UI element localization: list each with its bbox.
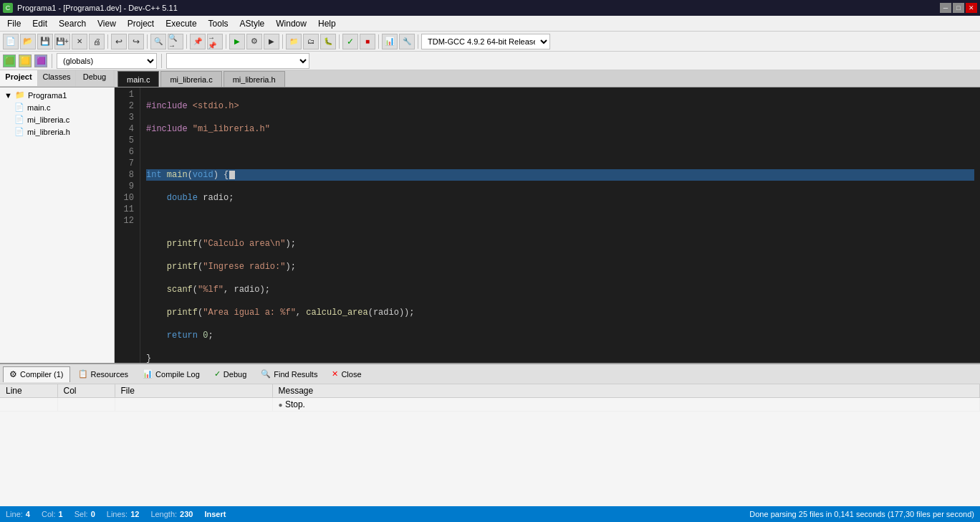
file-icon-2: 📄 [14,115,24,124]
file-item-mi-libreria-c[interactable]: 📄 mi_libreria.c [11,113,112,125]
view-classes-btn[interactable]: 🗂 [303,34,319,49]
editor-tab-mi-libreria-h[interactable]: mi_libreria.h [224,71,285,87]
menu-file[interactable]: File [1,16,27,31]
print-button[interactable] [89,34,105,49]
title-bar: C Programa1 - [Programa1.dev] - Dev-C++ … [0,0,980,16]
save-all-button[interactable]: 💾+ [54,34,70,49]
stop-text: Stop. [285,399,305,409]
lines-value: 12 [130,510,139,518]
tab-classes[interactable]: Classes [38,70,76,86]
color-btn2[interactable]: 🟨 [19,54,32,67]
status-lines: Lines: 12 [107,510,140,518]
code-line-12: } [146,353,974,363]
close-file-button[interactable]: ✕ [72,34,87,49]
status-sel: Sel: 0 [75,510,95,518]
main-toolbar: 💾+ ✕ 🔍→ 📌 →📌 ▶ ▶ 📁 🗂 🐛 ■ 🔧 TDM-GCC 4.9.2… [0,32,980,52]
file-item-main-c[interactable]: 📄 main.c [11,101,112,113]
code-line-10: printf("Area igual a: %f", calculo_area(… [146,307,974,318]
status-col: Col: 1 [42,510,63,518]
menu-project[interactable]: Project [122,16,160,31]
code-editor[interactable]: 1 2 3 4 5 6 7 8 9 10 11 12 #include <std… [115,87,980,363]
minimize-button[interactable]: ─ [940,3,951,13]
main-layout: ▼ 📁 Programa1 📄 main.c 📄 mi_libreria.c 📄… [0,87,980,363]
open-button[interactable] [20,34,36,49]
maximize-button[interactable]: □ [953,3,964,13]
compile-button[interactable] [246,34,262,49]
bottom-tab-find[interactable]: 🔍 Find Results [254,366,324,382]
code-content[interactable]: #include <stdio.h> #include "mi_libreria… [140,87,980,363]
find-tab-icon: 🔍 [261,369,271,379]
code-line-9: scanf("%lf", radio); [146,284,974,295]
code-line-4: int main(void) { [146,169,974,181]
sidebar-content: ▼ 📁 Programa1 📄 main.c 📄 mi_libreria.c 📄… [0,87,114,363]
window-controls: ─ □ ✕ [940,3,977,13]
menu-edit[interactable]: Edit [27,16,53,31]
menu-view[interactable]: View [92,16,122,31]
cell-line [0,398,57,412]
status-line: Line: 4 [6,510,30,518]
col-file: File [115,384,272,398]
app-title: Programa1 - [Programa1.dev] - Dev-C++ 5.… [17,4,178,12]
stop-btn[interactable]: ■ [360,34,375,49]
col-line: Line [0,384,57,398]
col-message: Message [272,384,980,398]
sep1 [107,34,108,49]
tree-root[interactable]: ▼ 📁 Programa1 [1,89,112,101]
bookmark-toggle[interactable]: 📌 [190,34,206,49]
tab-debug[interactable]: Debug [76,70,114,86]
file-item-mi-libreria-h[interactable]: 📄 mi_libreria.h [11,125,112,138]
scope-select[interactable]: (globals) [57,53,157,69]
bottom-tab-debug[interactable]: ✓ Debug [208,366,253,382]
undo-button[interactable] [111,34,127,49]
col-col: Col [57,384,115,398]
menu-tools[interactable]: Tools [203,16,234,31]
compile-run-button[interactable]: ▶ [229,34,245,49]
app-icon: C [3,3,13,13]
find-button[interactable] [150,34,166,49]
symbol-select[interactable] [166,53,309,69]
color-btn1[interactable]: 🟩 [3,54,16,67]
compiler-select[interactable]: TDM-GCC 4.9.2 64-bit Release [421,34,550,49]
chart-btn[interactable] [382,34,398,49]
length-label: Length: [150,510,177,518]
file-icon-1: 📄 [14,103,24,112]
menu-bar: File Edit Search View Project Execute To… [0,16,980,32]
project-name: Programa1 [28,91,67,100]
new-button[interactable] [3,34,19,49]
color-btn3[interactable]: 🟪 [34,54,47,67]
bottom-tab-close[interactable]: ✕ Close [325,366,368,382]
sidebar: ▼ 📁 Programa1 📄 main.c 📄 mi_libreria.c 📄… [0,87,115,363]
table-row: ● Stop. [0,398,980,412]
save-button[interactable] [37,34,53,49]
menu-astyle[interactable]: AStyle [234,16,271,31]
tab-project[interactable]: Project [0,70,38,86]
check-btn[interactable] [342,34,358,49]
sel-value: 0 [91,510,95,518]
log-tab-icon: 📊 [143,369,153,379]
menu-search[interactable]: Search [53,16,92,31]
find-next-button[interactable]: 🔍→ [168,34,183,49]
bookmark-next[interactable]: →📌 [207,34,223,49]
editor-tab-main-c[interactable]: main.c [117,71,159,87]
menu-help[interactable]: Help [312,16,342,31]
bottom-tab-resources[interactable]: 📋 Resources [72,366,135,382]
line-label: Line: [6,510,23,518]
bottom-tab-compile-log[interactable]: 📊 Compile Log [136,366,206,382]
sel-label: Sel: [75,510,88,518]
close-button[interactable]: ✕ [966,3,977,13]
view-project-btn[interactable]: 📁 [286,34,302,49]
editor-tab-mi-libreria-c[interactable]: mi_libreria.c [160,71,221,87]
bottom-tab-compiler[interactable]: ⚙ Compiler (1) [3,366,70,382]
status-message: Done parsing 25 files in 0,141 seconds (… [749,510,974,518]
run-button[interactable]: ▶ [264,34,279,49]
collapse-icon: ▼ [4,91,12,100]
debug2-btn[interactable]: 🔧 [399,34,415,49]
redo-button[interactable] [128,34,144,49]
menu-execute[interactable]: Execute [160,16,202,31]
status-length: Length: 230 [150,510,193,518]
compiler-tab-icon: ⚙ [9,369,17,379]
line-numbers: 1 2 3 4 5 6 7 8 9 10 11 12 [115,87,140,363]
view-debug-btn[interactable]: 🐛 [320,34,336,49]
menu-window[interactable]: Window [270,16,312,31]
bottom-content: Line Col File Message ● Stop. [0,384,980,506]
